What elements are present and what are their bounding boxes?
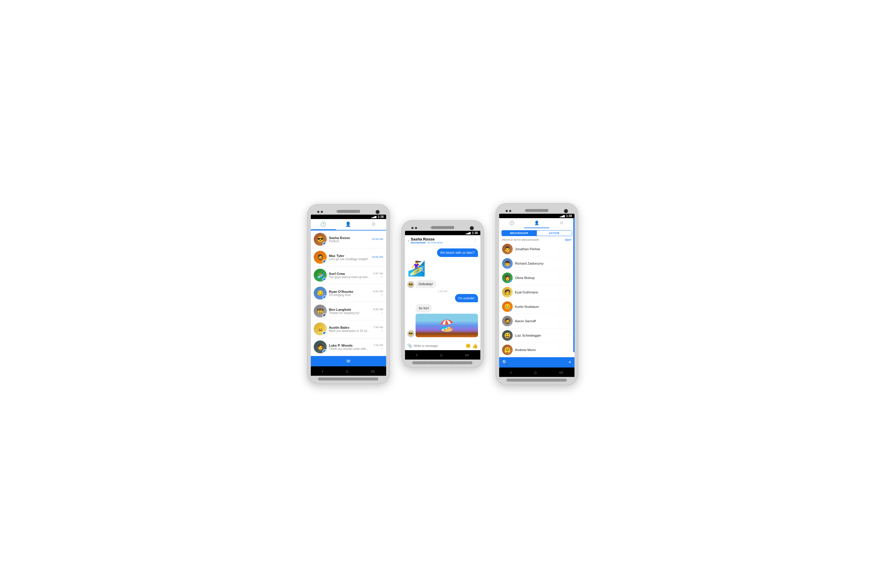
avatar-richard: 👦 <box>502 258 513 269</box>
chat-preview-ryan: I'm bringing food <box>329 293 371 297</box>
phone-1-screen: 🕐 👤 ⚙ 😎 Sasha Rosse Perfect! 10:24 <box>311 219 386 366</box>
chat-item-ben[interactable]: 🤠 Ben Langholz Thanks for stopping by! 8… <box>311 302 386 320</box>
home-button-3[interactable]: ⌂ <box>534 370 537 375</box>
people-item-luiz[interactable]: 😃 Luiz Scheidegger ⋮ <box>499 328 575 343</box>
dot-6 <box>509 210 511 212</box>
more-icon-olivia[interactable]: ⋮ <box>567 276 572 280</box>
avatar-surfcrew: 🏄 <box>314 269 327 282</box>
chat-preview-sasha: Perfect! <box>329 240 370 243</box>
phone-2-top <box>405 224 480 231</box>
chat-preview-luke: I think you should come with... <box>329 347 371 351</box>
recent-button-1[interactable]: ▭ <box>371 369 375 374</box>
chat-time-surfcrew: 9:37 AM <box>373 272 383 275</box>
search-icon-people[interactable]: 🔍 <box>502 360 508 365</box>
people-bottom-bar: 🔍 + <box>499 357 575 368</box>
phone-1: ▂▄▆ 1:38 🕐 👤 ⚙ 😎 Sasha Rosse <box>307 204 390 384</box>
chat-item-ryan[interactable]: 😏 Ryan O'Rourke I'm bringing food 9:24 A… <box>311 284 386 302</box>
signal-icon-1: ▂▄▆ <box>372 216 377 218</box>
phone-3-top <box>499 207 575 214</box>
chat-item-luke[interactable]: 🧑 Luke P. Woods I think you should come … <box>311 338 386 356</box>
msg-row-3: I'm outside! <box>407 294 478 302</box>
emoji-icon[interactable]: 🙂 <box>466 344 471 348</box>
chat-list-toolbar: ✉ <box>311 356 386 366</box>
bubble-2: Definitely! <box>415 280 436 288</box>
people-name-luiz: Luiz Scheidegger <box>515 334 565 337</box>
chat-item-austin[interactable]: 😀 Austin Bales Meet you downstairs in 15… <box>311 320 386 338</box>
more-icon-richard[interactable]: ⋮ <box>567 261 572 266</box>
toggle-active[interactable]: ACTIVE <box>537 231 572 236</box>
phone-1-speaker <box>337 210 360 213</box>
add-person-button[interactable]: + <box>568 359 572 366</box>
edit-button[interactable]: EDIT <box>565 238 571 242</box>
home-button-2[interactable]: ⌂ <box>440 352 442 357</box>
msg-row-1: the beach with us later? <box>407 248 478 256</box>
more-icon-eyal[interactable]: ⋮ <box>567 290 572 295</box>
people-item-aaron[interactable]: 🧔 Aaron Sarnoff ⋮ <box>499 314 575 328</box>
back-button-2[interactable]: ‹ <box>416 352 418 357</box>
chat-preview-ben: Thanks for stopping by! <box>329 311 371 315</box>
tab-people[interactable]: 👤 <box>336 219 361 230</box>
conv-more-button[interactable]: ⋮ <box>473 238 477 243</box>
phone-3: ▂▄▆ 1:38 🕐 👤 ⚙ MESSENGER ACTIVE PEOPLE W… <box>496 203 578 385</box>
more-icon-andrew[interactable]: ⋮ <box>567 348 572 352</box>
more-icon-aaron[interactable]: ⋮ <box>567 319 572 323</box>
badge-austin <box>322 332 327 336</box>
chat-meta-ryan: 9:24 AM ↩ <box>373 290 383 296</box>
chat-time-ben: 8:35 AM <box>373 308 383 311</box>
phone-2-nav: ‹ ⌂ ▭ <box>405 350 480 360</box>
recent-button-3[interactable]: ▭ <box>559 370 563 375</box>
tab-recent[interactable]: 🕐 <box>311 219 336 230</box>
tab-people-p3[interactable]: 👤 <box>524 218 549 228</box>
chat-preview-austin: Meet you downstairs in 15 mi... <box>329 329 371 333</box>
back-button-3[interactable]: ‹ <box>510 370 512 375</box>
msg-row-2: 😎 Definitely! <box>407 280 478 288</box>
people-item-eyal[interactable]: 🧑 Eyal Guthmann ⋮ <box>499 285 575 300</box>
msg-row-sticker: 🏄‍♀️ <box>407 259 478 278</box>
avatar-mac: 🧔 <box>314 251 327 264</box>
dot-3 <box>411 227 414 229</box>
tab-recent-p3[interactable]: 🕐 <box>499 218 524 228</box>
tab-settings[interactable]: ⚙ <box>361 219 386 230</box>
phone-2-speaker <box>431 226 455 229</box>
people-name-olivia: Olivia Bishop <box>515 276 565 280</box>
badge-ryan <box>322 296 327 300</box>
people-item-kurtis[interactable]: 😊 Kurtis Nusbaum ⋮ <box>499 300 575 314</box>
back-button-conv[interactable]: ‹ <box>408 238 409 243</box>
attach-icon[interactable]: 📎 <box>407 344 412 348</box>
avatar-kurtis: 😊 <box>502 302 513 312</box>
people-item-richard[interactable]: 👦 Richard Zadorozny ⋮ <box>499 256 575 271</box>
phone-3-nav: ‹ ⌂ ▭ <box>499 368 575 377</box>
more-icon-luiz[interactable]: ⋮ <box>567 333 572 338</box>
section-people-label: PEOPLE WITH MESSENGER EDIT <box>499 238 575 242</box>
back-button-1[interactable]: ‹ <box>322 369 324 374</box>
badge-mac <box>322 260 327 264</box>
toggle-messenger[interactable]: MESSENGER <box>502 231 537 236</box>
message-input[interactable] <box>414 344 464 348</box>
people-item-andrew[interactable]: 🤗 Andrew Munn ⋮ <box>499 343 575 357</box>
compose-icon[interactable]: ✉ <box>346 358 350 364</box>
chat-name-ben: Ben Langholz <box>329 308 371 311</box>
bubble-4: So fun! <box>415 304 432 312</box>
status-bar-1: ▂▄▆ 1:38 <box>311 214 386 219</box>
tab-settings-p3[interactable]: ⚙ <box>549 218 574 228</box>
conv-name: Sasha Rosse <box>411 237 471 242</box>
recent-button-2[interactable]: ▭ <box>465 352 469 357</box>
chat-meta-surfcrew: 9:37 AM ✓ <box>373 272 383 278</box>
chat-meta-mac: 10:02 AM <box>372 255 383 259</box>
avatar-aaron: 🧔 <box>502 316 513 326</box>
phone-2-camera <box>470 226 474 230</box>
scroll-indicator <box>573 218 575 352</box>
phone-3-speaker <box>525 209 549 212</box>
people-item-jonathan[interactable]: 👨 Jonathan Perlow ⋮ <box>499 242 575 256</box>
chat-item-surfcrew[interactable]: 🏄 Surf Crew You guys wanna meet up tom..… <box>311 266 386 284</box>
chat-item-mac[interactable]: 🧔 Mac Tyler Let's go see Giraffage tonig… <box>311 248 386 266</box>
conv-messages: the beach with us later? 🏄‍♀️ 😎 Definite… <box>405 246 480 341</box>
home-button-1[interactable]: ⌂ <box>346 369 348 374</box>
like-button[interactable]: 👍 <box>472 343 478 349</box>
more-icon-jonathan[interactable]: ⋮ <box>567 247 572 251</box>
more-icon-kurtis[interactable]: ⋮ <box>567 304 572 309</box>
chat-info-mac: Mac Tyler Let's go see Giraffage tonight… <box>329 254 370 261</box>
people-item-olivia[interactable]: 👩 Olivia Bishop ⋮ <box>499 271 575 285</box>
avatar-luiz: 😃 <box>502 330 513 341</box>
chat-item-sasha[interactable]: 😎 Sasha Rosse Perfect! 10:24 AM <box>311 231 386 248</box>
